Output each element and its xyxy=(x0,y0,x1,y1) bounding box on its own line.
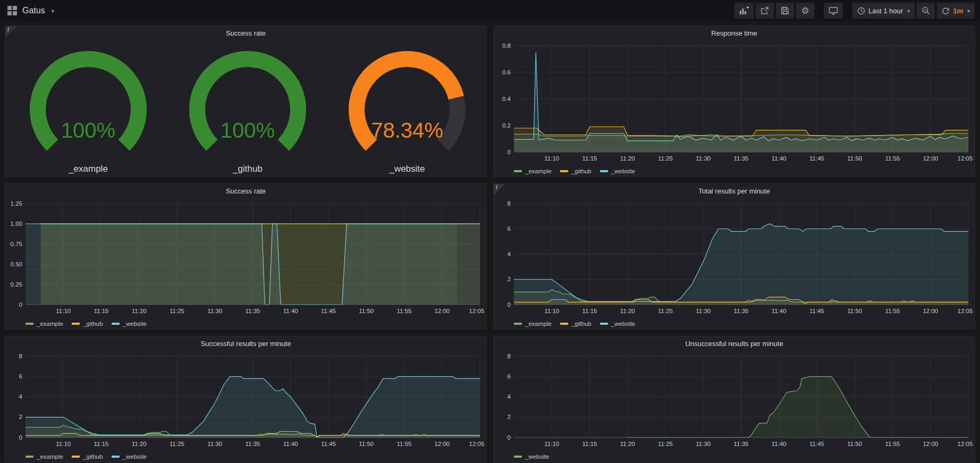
grid-square xyxy=(13,6,17,10)
panel-title[interactable]: Success rate xyxy=(5,26,486,40)
svg-text:11:50: 11:50 xyxy=(847,441,862,447)
panel-title-text: Success rate xyxy=(226,29,266,37)
legend-swatch xyxy=(600,323,608,325)
grid-square xyxy=(7,6,12,10)
dashboard-title[interactable]: Gatus xyxy=(22,6,45,15)
add-panel-button[interactable] xyxy=(734,3,754,19)
svg-text:2: 2 xyxy=(508,414,511,420)
svg-text:11:20: 11:20 xyxy=(620,155,635,162)
clock-icon xyxy=(857,7,865,15)
legend-label: _website xyxy=(123,453,147,460)
time-range-picker[interactable]: Last 1 hour ▾ xyxy=(852,3,915,19)
legend-item-_github[interactable]: _github xyxy=(72,321,103,327)
settings-button[interactable]: ⚙ xyxy=(796,3,814,19)
legend-item-_website[interactable]: _website xyxy=(600,168,635,174)
chart-legend: _website xyxy=(494,449,975,462)
svg-text:12:05: 12:05 xyxy=(958,308,973,314)
panel-title[interactable]: Success rate xyxy=(5,184,486,198)
gauge-label: _example xyxy=(69,164,108,174)
svg-text:11:55: 11:55 xyxy=(885,308,900,314)
svg-text:2: 2 xyxy=(508,276,511,282)
svg-text:11:10: 11:10 xyxy=(56,308,71,314)
svg-text:11:55: 11:55 xyxy=(885,441,900,447)
svg-text:12:00: 12:00 xyxy=(923,155,938,162)
apps-grid-icon[interactable] xyxy=(7,6,17,15)
svg-text:11:45: 11:45 xyxy=(809,441,824,447)
svg-text:6: 6 xyxy=(508,373,511,380)
panel-title[interactable]: Unsuccessful results per minute xyxy=(494,336,975,351)
panel-title[interactable]: Response time xyxy=(494,26,975,40)
legend-item-_github[interactable]: _github xyxy=(72,453,103,460)
legend-label: _website xyxy=(611,168,635,174)
svg-text:11:15: 11:15 xyxy=(582,308,597,314)
legend-label: _example xyxy=(525,321,552,327)
chart-legend: _example_github_website xyxy=(5,316,486,329)
panel-info-icon[interactable]: i xyxy=(5,26,17,38)
panel-unsuccessful-results: Unsuccessful results per minute 11:1011:… xyxy=(493,336,975,462)
zoom-out-button[interactable] xyxy=(917,3,935,19)
legend-item-_website[interactable]: _website xyxy=(112,321,147,327)
panel-title[interactable]: Successful results per minute xyxy=(5,336,486,351)
svg-text:12:05: 12:05 xyxy=(958,441,973,447)
svg-text:0: 0 xyxy=(19,301,22,308)
svg-text:2: 2 xyxy=(19,414,22,420)
panel-successful-results: Successful results per minute 11:1011:15… xyxy=(5,336,487,462)
panel-title-text: Unsuccessful results per minute xyxy=(685,340,783,348)
caret-down-icon[interactable]: ▾ xyxy=(52,8,54,14)
svg-text:0: 0 xyxy=(508,434,511,441)
svg-text:12:05: 12:05 xyxy=(469,308,485,314)
legend-swatch xyxy=(560,323,568,325)
svg-text:11:20: 11:20 xyxy=(132,308,147,314)
legend-swatch xyxy=(72,323,80,325)
panel-response-time: Response time 11:1011:1511:2011:2511:301… xyxy=(493,26,975,177)
share-icon xyxy=(761,6,769,15)
share-button[interactable] xyxy=(756,3,774,19)
legend-item-_website[interactable]: _website xyxy=(600,321,635,327)
legend-swatch xyxy=(112,323,120,325)
legend-item-_example[interactable]: _example xyxy=(26,453,63,460)
refresh-picker[interactable]: 1m ▾ xyxy=(937,3,975,19)
svg-text:11:55: 11:55 xyxy=(885,155,900,162)
legend-label: _website xyxy=(525,453,549,460)
legend-label: _website xyxy=(123,321,147,327)
chart-legend: _example_github_website xyxy=(5,449,486,462)
legend-label: _github xyxy=(571,321,592,327)
chart-area: 11:1011:1511:2011:2511:3011:3511:4011:45… xyxy=(494,40,975,164)
svg-text:6: 6 xyxy=(19,373,22,380)
gear-icon: ⚙ xyxy=(801,6,809,15)
save-button[interactable] xyxy=(776,3,794,19)
legend-label: _github xyxy=(83,321,103,327)
panel-title[interactable]: Total results per minute xyxy=(494,184,975,198)
legend-label: _example xyxy=(525,168,552,174)
svg-text:8: 8 xyxy=(19,353,22,359)
svg-text:11:50: 11:50 xyxy=(847,308,862,314)
svg-text:11:10: 11:10 xyxy=(56,441,71,447)
legend-item-_example[interactable]: _example xyxy=(514,321,552,327)
grid-square xyxy=(13,11,17,15)
gauge-arc: 78.34% xyxy=(327,43,487,163)
svg-text:11:55: 11:55 xyxy=(397,441,412,447)
legend-item-_github[interactable]: _github xyxy=(560,321,592,327)
svg-text:0.75: 0.75 xyxy=(11,241,22,247)
caret-down-icon: ▾ xyxy=(967,8,970,14)
svg-text:11:45: 11:45 xyxy=(321,308,336,314)
gauge-value: 100% xyxy=(221,119,275,142)
svg-text:0: 0 xyxy=(19,434,22,441)
svg-text:11:30: 11:30 xyxy=(696,308,711,314)
legend-swatch xyxy=(112,456,120,458)
legend-item-_website[interactable]: _website xyxy=(514,453,549,460)
dashboard-grid: Success rate 100%_example100%_github78.3… xyxy=(0,21,980,463)
svg-text:11:30: 11:30 xyxy=(207,308,222,314)
panel-info-icon[interactable]: i xyxy=(494,184,505,196)
legend-item-_github[interactable]: _github xyxy=(560,168,592,174)
legend-item-_website[interactable]: _website xyxy=(112,453,147,460)
legend-item-_example[interactable]: _example xyxy=(514,168,552,174)
svg-text:11:15: 11:15 xyxy=(582,441,597,447)
gauge-arc: 100% xyxy=(168,43,327,163)
tv-mode-icon xyxy=(829,6,838,15)
tv-mode-button[interactable] xyxy=(824,3,843,19)
caret-down-icon: ▾ xyxy=(907,8,910,14)
legend-item-_example[interactable]: _example xyxy=(26,321,63,327)
grid-square xyxy=(7,11,12,15)
svg-text:11:50: 11:50 xyxy=(359,308,374,314)
